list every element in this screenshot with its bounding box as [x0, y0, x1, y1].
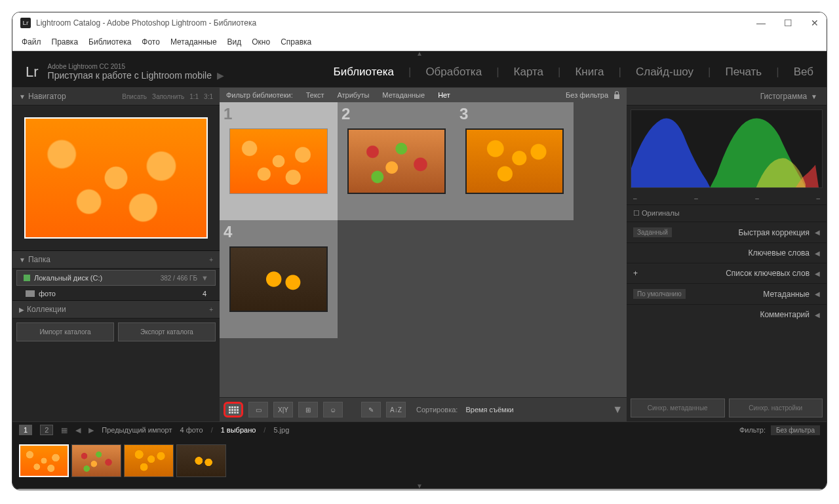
navigator-header[interactable]: ▼ Навигатор Вписать Заполнить 1:1 3:1: [12, 88, 220, 106]
export-catalog-button[interactable]: Экспорт каталога: [118, 322, 216, 341]
nav-fill[interactable]: Заполнить: [152, 93, 184, 100]
toolbar-menu-icon[interactable]: ▼: [612, 404, 623, 416]
sync-settings-button[interactable]: Синхр. настройки: [729, 398, 823, 417]
cell-index: 4: [224, 223, 232, 241]
folder-count: 4: [203, 290, 206, 298]
grid-cell[interactable]: 4: [220, 220, 338, 338]
sort-value[interactable]: Время съёмки: [465, 406, 513, 414]
add-collection-icon[interactable]: +: [209, 306, 213, 313]
filter-attributes[interactable]: Атрибуты: [337, 91, 369, 99]
disk-label: Локальный диск (C:): [34, 274, 102, 282]
module-web[interactable]: Веб: [794, 66, 813, 79]
menu-library[interactable]: Библиотека: [88, 37, 131, 47]
checkbox-icon[interactable]: ☐: [633, 209, 640, 217]
window-title: Lightroom Catalog - Adobe Photoshop Ligh…: [36, 18, 256, 28]
screen-2-button[interactable]: 2: [40, 425, 53, 435]
histogram[interactable]: [631, 109, 823, 188]
folder-row[interactable]: фото 4: [12, 287, 220, 300]
filmstrip-thumbnail[interactable]: [176, 444, 226, 477]
triangle-right-icon: ▶: [19, 306, 24, 313]
filter-text[interactable]: Текст: [306, 91, 324, 99]
filter-metadata[interactable]: Метаданные: [382, 91, 425, 99]
module-book[interactable]: Книга: [575, 66, 604, 79]
disk-row[interactable]: Локальный диск (C:) 382 / 466 ГБ ▼: [16, 270, 216, 286]
sort-direction-button[interactable]: A↓Z: [386, 402, 406, 417]
center-area: Фильтр библиотеки: Текст Атрибуты Метада…: [220, 88, 627, 421]
thumbnail-image: [347, 128, 446, 194]
collapse-bottom-icon[interactable]: ▼: [12, 484, 827, 489]
menu-metadata[interactable]: Метаданные: [170, 37, 217, 47]
collapse-top-icon[interactable]: ▲: [12, 51, 827, 56]
module-slideshow[interactable]: Слайд-шоу: [636, 66, 693, 79]
people-view-button[interactable]: ☺: [323, 402, 343, 417]
metadata-header[interactable]: По умолчанию Метаданные◀: [627, 283, 827, 304]
navigator-image[interactable]: [24, 117, 208, 239]
filter-none[interactable]: Нет: [438, 91, 450, 99]
tagline-text: Приступая к работе с Lightroom mobile: [48, 70, 212, 81]
compare-view-button[interactable]: X|Y: [273, 402, 293, 417]
folder-icon: [26, 290, 35, 297]
module-print[interactable]: Печать: [726, 66, 762, 79]
triangle-left-icon: ◀: [815, 270, 820, 277]
folders-header[interactable]: ▼ Папка +: [12, 250, 220, 269]
menu-edit[interactable]: Правка: [52, 37, 79, 47]
filmstrip-thumbnail[interactable]: [71, 444, 121, 477]
grid-view: 1234: [220, 102, 627, 397]
menu-view[interactable]: Вид: [227, 37, 242, 47]
grid-cell[interactable]: 3: [456, 102, 574, 220]
nav-back-icon[interactable]: ◀: [75, 426, 81, 435]
filename: 5.jpg: [273, 426, 289, 434]
minimize-button[interactable]: —: [756, 18, 766, 28]
add-folder-icon[interactable]: +: [209, 256, 213, 263]
collections-header[interactable]: ▶ Коллекции +: [12, 300, 220, 319]
menu-window[interactable]: Окно: [252, 37, 270, 47]
module-develop[interactable]: Обработка: [425, 66, 482, 79]
triangle-down-icon: ▼: [19, 93, 26, 100]
nav-1-1[interactable]: 1:1: [189, 93, 199, 100]
metadata-preset-dropdown[interactable]: По умолчанию: [633, 289, 686, 299]
app-icon: Lr: [20, 18, 31, 28]
preset-dropdown[interactable]: Заданный: [633, 227, 672, 237]
import-catalog-button[interactable]: Импорт каталога: [16, 322, 114, 341]
nav-3-1[interactable]: 3:1: [204, 93, 213, 100]
version-text: Adobe Lightroom CC 2015: [48, 63, 224, 70]
loupe-view-button[interactable]: ▭: [248, 402, 268, 417]
tagline-arrow-icon[interactable]: ▶: [217, 70, 224, 81]
comments-header[interactable]: Комментарий◀: [627, 304, 827, 324]
thumbnail-image: [229, 128, 328, 194]
triangle-left-icon: ◀: [815, 229, 820, 236]
module-map[interactable]: Карта: [514, 66, 544, 79]
histogram-header[interactable]: Гистограмма ▼: [627, 88, 827, 106]
triangle-down-icon[interactable]: ▼: [201, 274, 208, 282]
grid-cell[interactable]: 1: [220, 102, 338, 220]
photo-count: 4 фото: [180, 426, 203, 434]
close-button[interactable]: ✕: [811, 18, 819, 28]
grid-view-button[interactable]: [224, 402, 243, 417]
menu-help[interactable]: Справка: [281, 37, 311, 47]
grid-mini-icon[interactable]: ▦: [61, 426, 68, 435]
filter-preset[interactable]: Без фильтра: [566, 91, 608, 99]
sync-metadata-button[interactable]: Синхр. метаданные: [631, 398, 725, 417]
maximize-button[interactable]: ☐: [784, 18, 792, 28]
keywords-header[interactable]: Ключевые слова◀: [627, 242, 827, 263]
nav-fit[interactable]: Вписать: [122, 93, 147, 100]
lock-icon[interactable]: [614, 91, 620, 99]
module-library[interactable]: Библиотека: [334, 66, 394, 79]
filmstrip-filter-dropdown[interactable]: Без фильтра: [771, 425, 820, 435]
quick-develop-header[interactable]: Заданный Быстрая коррекция◀: [627, 222, 827, 242]
nav-fwd-icon[interactable]: ▶: [88, 426, 94, 435]
keyword-list-header[interactable]: + Список ключевых слов◀: [627, 263, 827, 283]
menu-file[interactable]: Файл: [22, 37, 41, 47]
painter-tool-button[interactable]: ✎: [361, 402, 381, 417]
menu-photo[interactable]: Фото: [142, 37, 160, 47]
screen-1-button[interactable]: 1: [19, 425, 32, 435]
plus-icon[interactable]: +: [633, 269, 638, 278]
survey-view-button[interactable]: ⊞: [298, 402, 318, 417]
logo: Lr: [26, 64, 39, 81]
grid-cell[interactable]: 2: [338, 102, 456, 220]
filter-title: Фильтр библиотеки:: [226, 91, 293, 99]
source-label[interactable]: Предыдущий импорт: [102, 426, 172, 434]
collections-title: Коллекции: [27, 305, 66, 314]
filmstrip-thumbnail[interactable]: [124, 444, 174, 477]
filmstrip-thumbnail[interactable]: [19, 444, 69, 477]
